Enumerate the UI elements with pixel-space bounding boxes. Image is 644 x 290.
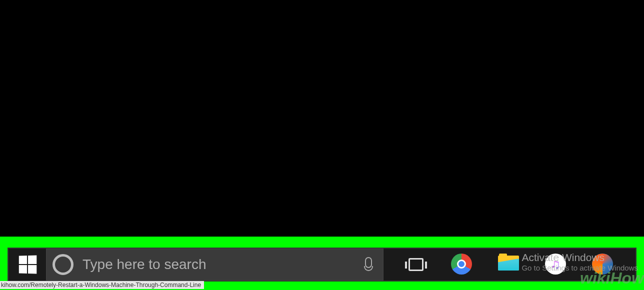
cortana-icon[interactable] bbox=[52, 254, 74, 275]
firefox-app-icon[interactable] bbox=[592, 254, 614, 276]
search-box[interactable] bbox=[46, 249, 384, 281]
file-explorer-app-icon[interactable] bbox=[498, 254, 520, 276]
task-view-icon bbox=[408, 258, 424, 271]
task-view-button[interactable] bbox=[398, 249, 434, 281]
url-caption: kihow.com/Remotely-Restart-a-Windows-Mac… bbox=[0, 281, 204, 289]
music-note-icon: ♫ bbox=[550, 257, 560, 272]
microphone-icon[interactable] bbox=[364, 257, 373, 272]
chrome-app-icon[interactable] bbox=[451, 254, 473, 276]
desktop-background[interactable] bbox=[0, 0, 644, 237]
itunes-app-icon[interactable]: ♫ bbox=[545, 254, 567, 276]
pinned-apps: ♫ bbox=[451, 254, 614, 276]
search-input[interactable] bbox=[82, 257, 364, 273]
taskbar-container: ♫ bbox=[8, 248, 636, 282]
windows-logo-icon bbox=[18, 255, 36, 274]
highlight-border bbox=[0, 237, 644, 248]
taskbar: ♫ bbox=[8, 248, 636, 282]
start-button[interactable] bbox=[8, 249, 46, 281]
